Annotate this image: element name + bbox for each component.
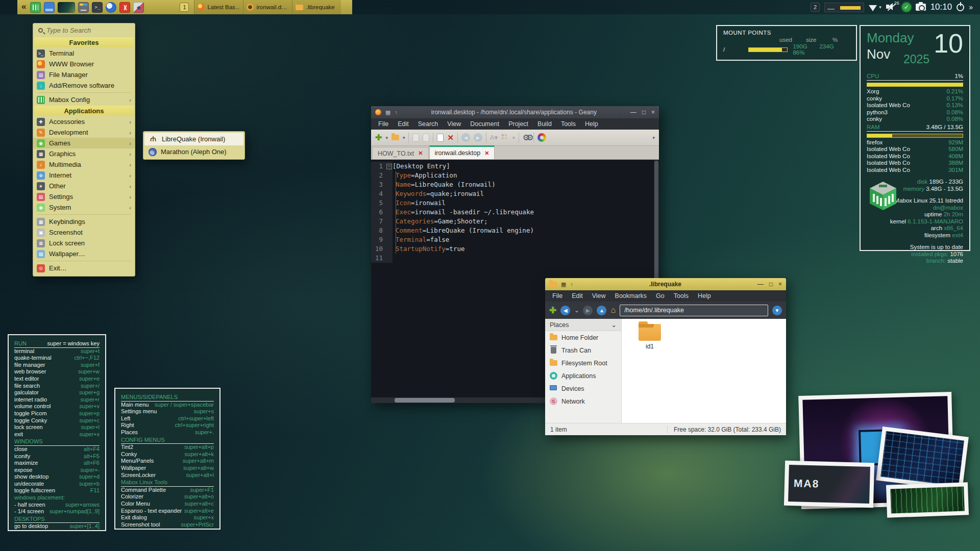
places-selector[interactable]: Places⌄: [545, 319, 621, 331]
fm-titlebar[interactable]: ▦ ↑ .librequake — □ ×: [545, 278, 786, 290]
run-button[interactable]: [537, 133, 546, 142]
new-file-button[interactable]: ✚: [375, 133, 382, 142]
updates-ok-icon[interactable]: ✓: [902, 3, 911, 12]
fold-marker[interactable]: [385, 171, 393, 180]
build-button[interactable]: ⚙⚙: [523, 133, 530, 142]
menu-item[interactable]: ✚ Accessories ›: [33, 116, 135, 127]
sidebar-place[interactable]: Trash Can: [545, 344, 621, 357]
fold-marker[interactable]: [385, 180, 393, 189]
submenu-item[interactable]: Ψ LibreQuake (Ironwail): [144, 133, 243, 145]
menu-item[interactable]: ▤ Settings ›: [33, 191, 135, 202]
muted-speaker-icon[interactable]: 26: [886, 3, 897, 12]
menu-entry[interactable]: File: [548, 291, 567, 300]
mabox-menu-icon[interactable]: [30, 2, 41, 13]
menu-entry[interactable]: Search: [414, 119, 443, 129]
menu-entry[interactable]: Help: [694, 291, 715, 300]
menu-entry[interactable]: Build: [533, 119, 556, 129]
fm-file-area[interactable]: id1: [622, 319, 786, 423]
save-button[interactable]: [412, 134, 419, 142]
sidebar-place[interactable]: ⇅ Network: [545, 395, 621, 408]
menu-entry[interactable]: View: [588, 291, 610, 300]
nav-forward-button[interactable]: ▶: [474, 133, 482, 142]
menu-item[interactable]: ◉ Games ›: [33, 138, 135, 148]
fold-marker[interactable]: [385, 189, 393, 198]
menu-item[interactable]: ↓ Add/Remove software ›: [33, 80, 135, 91]
browser-launcher-icon[interactable]: [106, 2, 116, 13]
menu-entry[interactable]: Tools: [557, 119, 580, 129]
close-file-button[interactable]: ✕: [447, 133, 454, 142]
taskbar-button[interactable]: ironwail.d…: [243, 0, 292, 14]
menu-entry[interactable]: Tools: [670, 291, 693, 300]
geany-titlebar[interactable]: ▦ ↑ ironwail.desktop - /home/dn/.local/s…: [371, 106, 659, 118]
folder-item[interactable]: id1: [633, 324, 667, 350]
up-button[interactable]: ▲: [597, 306, 606, 315]
nav-back-button[interactable]: ◀: [461, 133, 470, 142]
submenu-item[interactable]: Marathon (Aleph One): [144, 145, 243, 158]
menu-item[interactable]: ▣ Screenshot ›: [33, 227, 135, 238]
volume-slider[interactable]: [824, 3, 864, 12]
new-file-dropdown[interactable]: ▾: [385, 135, 388, 140]
menu-entry[interactable]: Edit: [568, 291, 587, 300]
panel-collapse-button[interactable]: «: [17, 2, 30, 13]
menu-entry[interactable]: Edit: [394, 119, 413, 129]
power-icon[interactable]: [957, 4, 964, 11]
menu-item[interactable]: WWW Browser ›: [33, 59, 135, 69]
workspace-1-badge[interactable]: 1: [180, 3, 189, 12]
workspace-2-badge[interactable]: 2: [811, 3, 820, 12]
menu-entry[interactable]: Project: [504, 119, 532, 129]
home-button[interactable]: ⌂: [610, 306, 616, 315]
terminal-launcher-icon[interactable]: >_: [92, 2, 103, 13]
shade-icon[interactable]: ↑: [395, 109, 398, 115]
close-button[interactable]: ×: [778, 281, 782, 288]
sidebar-place[interactable]: Home Folder: [545, 331, 621, 344]
menu-item[interactable]: ▦ Graphics ›: [33, 148, 135, 159]
taskbar-button[interactable]: .librequake: [292, 0, 341, 14]
show-desktop-icon[interactable]: [44, 2, 55, 13]
window-menu-icon[interactable]: ▦: [385, 109, 390, 116]
menu-item[interactable]: >_ Terminal ›: [33, 48, 135, 59]
forward-button[interactable]: ▶: [583, 306, 593, 315]
menu-search[interactable]: Type to Search: [33, 23, 135, 37]
shade-icon[interactable]: ↑: [570, 281, 573, 287]
fold-marker[interactable]: [385, 226, 393, 235]
menu-entry[interactable]: File: [374, 119, 393, 129]
menu-item[interactable]: ⊠ Lock screen ›: [33, 238, 135, 248]
editor-tab[interactable]: HOW_TO.txt ✕: [372, 147, 429, 159]
fold-marker[interactable]: [385, 198, 393, 208]
maximize-button[interactable]: □: [642, 109, 646, 116]
archive-manager-icon[interactable]: [78, 2, 89, 13]
menu-item[interactable]: ∗ Other ›: [33, 181, 135, 191]
minimize-button[interactable]: —: [757, 281, 764, 288]
taskbar-button[interactable]: Latest Bas…: [194, 0, 243, 14]
save-all-button[interactable]: [423, 134, 429, 142]
back-button[interactable]: ◀: [560, 306, 570, 315]
fold-marker[interactable]: [385, 254, 393, 263]
open-file-dropdown[interactable]: ▾: [403, 135, 405, 140]
tray-expand-icon[interactable]: »: [969, 3, 973, 11]
menu-entry[interactable]: Bookmarks: [611, 291, 651, 300]
wallpaper-thumbnail-icon[interactable]: [58, 2, 75, 13]
menu-item[interactable]: Mabox Config ›: [33, 94, 135, 105]
build-dropdown[interactable]: ▾: [512, 135, 515, 140]
menu-item[interactable]: ◉ System ›: [33, 202, 135, 213]
fold-marker[interactable]: [385, 162, 393, 171]
go-button[interactable]: ▼: [772, 306, 782, 315]
menu-item[interactable]: ▨ Wallpaper… ›: [33, 248, 135, 259]
menu-item[interactable]: ♪ Multimedia ›: [33, 159, 135, 170]
history-dropdown[interactable]: ⌄: [574, 307, 579, 314]
close-button[interactable]: ×: [651, 109, 655, 116]
fold-marker[interactable]: [385, 244, 393, 254]
menu-entry[interactable]: Document: [466, 119, 503, 129]
sidebar-place[interactable]: Applications: [545, 369, 621, 382]
menu-entry[interactable]: View: [443, 119, 465, 129]
maximize-button[interactable]: □: [769, 281, 773, 288]
menu-entry[interactable]: Go: [652, 291, 669, 300]
tab-close-icon[interactable]: ✕: [484, 150, 489, 157]
clock[interactable]: 10:10: [930, 2, 952, 12]
fold-marker[interactable]: [385, 235, 393, 244]
window-menu-icon[interactable]: ▦: [561, 281, 566, 288]
paint-app-icon[interactable]: ◆: [133, 2, 144, 13]
network-icon[interactable]: [869, 5, 877, 11]
menu-item[interactable]: ⊕ Internet ›: [33, 170, 135, 181]
chevron-down-icon[interactable]: ▾: [879, 5, 881, 10]
